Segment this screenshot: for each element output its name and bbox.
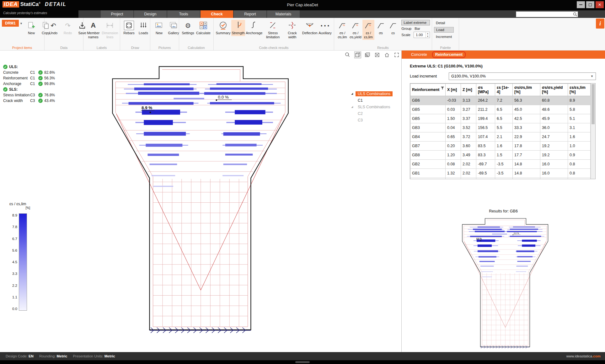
fit-view-button[interactable] bbox=[393, 51, 400, 58]
header-sigma-lim[interactable]: σs/σs,lim [%] bbox=[513, 84, 540, 96]
table-row[interactable]: GB6 -0.03 3.13 264.2 7.2 56.3 60.8 8.9 bbox=[410, 96, 591, 105]
axonometry-view-button[interactable] bbox=[354, 51, 361, 58]
calculate-button[interactable]: Calculate bbox=[195, 20, 211, 36]
ribbon-tab[interactable]: Check bbox=[201, 10, 233, 18]
header-sigma[interactable]: σs [MPa] bbox=[476, 84, 495, 96]
ribbon-tab[interactable]: Project bbox=[101, 10, 133, 18]
search-box[interactable] bbox=[516, 11, 578, 17]
stress-limitation-check-button[interactable]: Stress limitation bbox=[263, 20, 283, 40]
tab-reinforcement[interactable]: Reinforcement bbox=[432, 51, 466, 58]
sigma-button[interactable]: σs bbox=[375, 20, 387, 36]
header-sigma-yield[interactable]: σs/σs,yield [%] bbox=[540, 84, 568, 96]
tree-item-sls-combinations[interactable]: ◢ SLS Combinations bbox=[351, 104, 401, 110]
table-row[interactable]: GB2 -0.42 3.11 -5.9 -0.3 1.3 1.4 0.1 bbox=[410, 178, 591, 179]
zoom-tool[interactable] bbox=[345, 51, 351, 58]
deflection-check-button[interactable]: Deflection bbox=[302, 20, 318, 36]
scale-down-icon[interactable]: ▼ bbox=[426, 35, 430, 38]
summary-check-button[interactable]: Summary bbox=[216, 20, 231, 36]
summary-icon bbox=[219, 21, 228, 30]
scale-tick-label: 5.6 bbox=[9, 249, 17, 252]
project-item-button[interactable]: DRM1 bbox=[2, 20, 19, 27]
palette-load-option[interactable]: Load bbox=[434, 27, 454, 33]
tab-concrete[interactable]: Concrete bbox=[409, 52, 430, 57]
taskbar-handle[interactable] bbox=[295, 361, 310, 363]
settings-button[interactable]: ⚙ Settings bbox=[181, 20, 195, 36]
header-x[interactable]: X [m] bbox=[446, 84, 461, 96]
table-row[interactable]: GB5 0.03 3.27 211.2 6.5 45.0 48.6 5.8 bbox=[410, 105, 591, 114]
header-reinforcement[interactable]: Reinforcement bbox=[410, 84, 446, 96]
info-button[interactable]: i bbox=[596, 19, 604, 29]
table-row[interactable]: GB1 1.32 2.02 -69.5 -3.5 14.8 16.0 0.8 bbox=[410, 169, 591, 178]
header-z[interactable]: Z [m] bbox=[461, 84, 476, 96]
tree-expanded-icon[interactable]: ◢ bbox=[351, 105, 354, 108]
anchorage-check-button[interactable]: Anchorage bbox=[246, 20, 263, 36]
scrollbar-thumb[interactable] bbox=[592, 84, 595, 124]
close-button[interactable]: ✕ bbox=[596, 1, 604, 8]
table-scrollbar[interactable] bbox=[591, 83, 595, 179]
rebars-button[interactable]: Rebars bbox=[122, 20, 136, 36]
scale-stepper[interactable]: 1.00 ▲ ▼ bbox=[414, 32, 430, 38]
redo-button[interactable]: ↷ Redo bbox=[61, 20, 75, 36]
undo-button[interactable]: ↶ Undo bbox=[46, 20, 60, 36]
loads-button[interactable]: Loads bbox=[137, 20, 150, 36]
main-canvas[interactable]: ✓ ULS: Concrete C1 ✓ 82.6% Reinforcement… bbox=[0, 51, 401, 352]
crack-width-check-button[interactable]: Crack width bbox=[283, 20, 302, 40]
load-increment-select[interactable]: G100.0%, V100.0% ▼ bbox=[449, 72, 596, 80]
ribbon-tab[interactable]: Materials bbox=[267, 10, 300, 18]
search-icon bbox=[573, 12, 578, 17]
pier-mini-drawing bbox=[462, 218, 549, 352]
wireframe-view-button[interactable] bbox=[374, 51, 381, 58]
group-calculation: ⚙ Settings Calculate Calculation bbox=[179, 18, 214, 50]
scale-tick-label: 8.9 bbox=[9, 213, 17, 217]
scale-up-icon[interactable]: ▲ bbox=[426, 32, 430, 35]
palette-increment-option[interactable]: Increment bbox=[434, 34, 454, 39]
search-input[interactable] bbox=[516, 12, 573, 17]
table-row[interactable]: GB4 0.65 3.72 107.4 2.1 22.9 24.7 1.6 bbox=[410, 132, 591, 142]
new-project-item-button[interactable]: New bbox=[24, 20, 38, 36]
home-view-button[interactable] bbox=[383, 51, 390, 58]
tree-item-c3[interactable]: C3 bbox=[356, 117, 401, 123]
tree-item-c1[interactable]: C1 bbox=[356, 97, 401, 104]
project-item-dropdown-icon[interactable]: ▼ bbox=[20, 22, 23, 25]
auxiliary-button[interactable]: ● ● ● Auxiliary bbox=[318, 20, 332, 36]
bar-toggle[interactable]: Bar bbox=[415, 27, 420, 30]
tree-expanded-icon[interactable]: ◢ bbox=[351, 92, 354, 95]
filter-funnel-icon[interactable] bbox=[441, 87, 444, 90]
ribbon-tab[interactable]: Report bbox=[234, 10, 266, 18]
new-picture-button[interactable]: New bbox=[152, 20, 166, 36]
status-bar: Design Code: EN Rounding: Metric Present… bbox=[0, 352, 605, 360]
palette-detail-option[interactable]: Detail bbox=[434, 20, 454, 25]
ribbon-tab[interactable]: Design bbox=[134, 10, 167, 18]
dimension-lines-button[interactable]: Dimension lines bbox=[102, 20, 118, 40]
pier-drawing[interactable]: 0.0 % 8.9 % bbox=[112, 65, 291, 340]
website-link[interactable]: www.ideastatica.com bbox=[566, 354, 601, 358]
taskbar-strip bbox=[0, 360, 605, 364]
ribbon-tab[interactable]: Tools bbox=[167, 10, 200, 18]
scale-tick-label: 2.2 bbox=[9, 284, 17, 287]
summary-row: Concrete C1 ✓ 82.6% bbox=[3, 70, 55, 75]
eps-lim-button[interactable]: % εs / εs,lim bbox=[362, 20, 374, 40]
table-row[interactable]: GB5 1.50 3.37 199.4 6.5 42.5 45.9 5.1 bbox=[410, 114, 591, 123]
header-eps[interactable]: εs [1e-4] bbox=[495, 84, 513, 96]
sigma-yield-button[interactable]: % σs / σs,yield bbox=[349, 20, 362, 40]
tree-item-uls-combinations[interactable]: ◢ ULS Combinations bbox=[351, 90, 401, 97]
member-names-button[interactable]: A Member names bbox=[85, 20, 101, 40]
tree-item-c2[interactable]: C2 bbox=[356, 110, 401, 117]
eps-button[interactable]: εs bbox=[387, 20, 399, 36]
group-label-data: Data bbox=[45, 46, 83, 50]
gallery-button[interactable]: Gallery bbox=[167, 20, 180, 36]
header-eps-lim[interactable]: εs/εs,lim [%] bbox=[568, 84, 591, 96]
table-row[interactable]: GB2 0.08 2.02 -69.7 -3.5 14.8 16.0 0.8 bbox=[410, 160, 591, 169]
strength-check-button[interactable]: Strength bbox=[231, 20, 245, 36]
results-for-label: Results for: GB6 bbox=[402, 209, 605, 213]
table-row[interactable]: GB3 0.04 3.52 156.5 5.5 33.3 36.0 3.1 bbox=[410, 123, 591, 132]
label-extreme-toggle[interactable]: Label extreme bbox=[401, 20, 430, 25]
table-row[interactable]: GB8 1.20 3.49 83.3 1.5 17.7 19.2 0.9 bbox=[410, 151, 591, 160]
dimension-lines-icon bbox=[106, 21, 114, 30]
group-toggle[interactable]: Group bbox=[401, 27, 411, 30]
sigma-lim-button[interactable]: % σs / σs,lim bbox=[336, 20, 349, 40]
solid-view-button[interactable] bbox=[364, 51, 371, 58]
minimize-button[interactable] bbox=[577, 1, 585, 8]
table-row[interactable]: GB7 0.20 3.60 83.5 1.6 17.8 19.2 1.0 bbox=[410, 142, 591, 151]
maximize-button[interactable] bbox=[586, 1, 594, 8]
